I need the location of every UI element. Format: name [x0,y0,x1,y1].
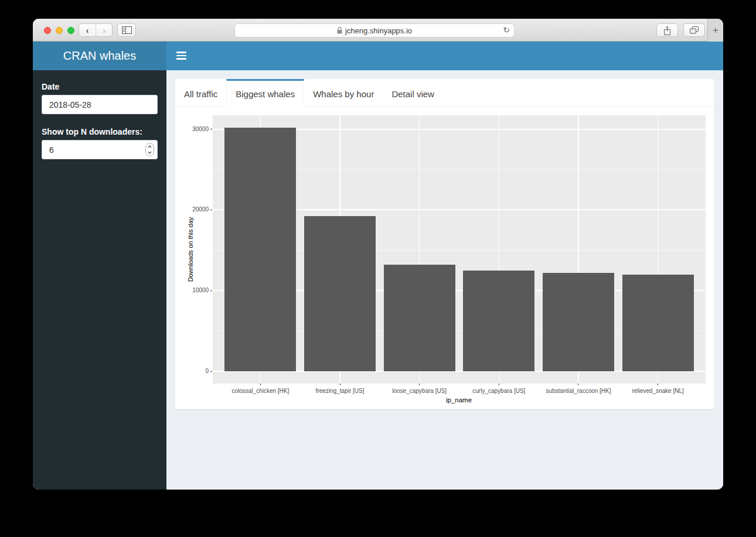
bar-curly_capybara [US] [463,271,534,371]
address-bar[interactable]: jcheng.shinyapps.io ↻ [234,23,515,37]
top-n-input[interactable] [42,140,158,159]
sidebar-collapse-button[interactable] [176,52,186,61]
hamburger-icon [176,58,186,60]
x-tick-mark [419,384,420,385]
y-tick-label: 0 [175,368,209,375]
tab-label: Detail view [391,89,434,99]
app-main: Date Show top N downloaders: [33,70,723,490]
app-title: CRAN whales [63,49,136,63]
tab-whales-by-hour[interactable]: Whales by hour [304,79,383,107]
tab-box: All traffic Biggest whales Whales by hou… [175,79,714,409]
sidebar-toggle-button[interactable] [117,23,136,37]
y-axis-title: Downloads on this day [187,217,194,282]
y-tick-label: 30000 [175,126,209,133]
bar-loose_capybara [US] [384,265,455,371]
reload-icon: ↻ [503,25,510,35]
date-input[interactable] [42,95,158,114]
app-navbar [166,42,723,70]
x-tick-mark [499,384,499,385]
minimize-window-button[interactable] [56,27,63,34]
x-tick-label: colossal_chicken [HK] [231,388,289,394]
app-logo[interactable]: CRAN whales [33,42,166,70]
zoom-window-button[interactable] [67,27,74,34]
tab-overview-icon [690,26,699,34]
y-tick-mark [210,129,212,129]
y-tick-mark [210,371,212,372]
tab-label: Biggest whales [236,89,295,99]
app-header: CRAN whales [33,42,723,70]
new-tab-button[interactable]: + [707,19,723,42]
chart-area: Downloads on this day ip_name 0100002000… [175,107,714,409]
close-window-button[interactable] [44,27,51,34]
number-stepper [145,143,154,156]
x-tick-mark [340,384,340,385]
bar-relieved_snake [NL] [622,275,694,371]
bar-freezing_tapir [US] [304,216,376,371]
tab-all-traffic[interactable]: All traffic [175,79,226,107]
share-icon [663,26,671,35]
share-button[interactable] [656,23,678,37]
x-tick-label: freezing_tapir [US] [316,388,365,394]
back-button[interactable]: ‹ [79,24,96,36]
forward-button[interactable]: › [96,24,112,36]
x-tick-label: relieved_snake [NL] [632,388,683,394]
plus-icon: + [713,25,718,36]
chart-panel [213,115,706,384]
hamburger-icon [176,52,186,53]
sidebar-icon [122,26,132,34]
x-tick-label: curly_capybara [US] [472,388,525,394]
stepper-up-button[interactable] [148,144,152,149]
top-n-field [42,140,158,159]
chevron-up-icon [148,145,152,148]
x-tick-label: loose_capybara [US] [392,388,447,394]
tab-label: All traffic [184,89,217,99]
stepper-down-button[interactable] [148,150,152,155]
app-sidebar: Date Show top N downloaders: [33,70,166,490]
y-tick-label: 10000 [175,287,209,294]
tab-label: Whales by hour [313,89,374,99]
forward-icon: › [103,25,105,35]
chevron-down-icon [148,151,152,154]
back-icon: ‹ [86,25,89,35]
x-tick-label: substantial_raccoon [HK] [546,388,611,394]
lock-icon [337,27,342,34]
bar-substantial_raccoon [HK] [543,273,614,371]
app-content: All traffic Biggest whales Whales by hou… [166,70,723,490]
url-text: jcheng.shinyapps.io [345,26,412,35]
y-tick-mark [210,210,212,210]
tab-nav: All traffic Biggest whales Whales by hou… [175,79,714,107]
x-tick-mark [578,384,578,385]
tab-overview-button[interactable] [683,23,705,37]
date-label: Date [42,82,158,91]
reload-button[interactable]: ↻ [503,25,510,35]
x-axis-title: ip_name [446,396,472,403]
tab-biggest-whales[interactable]: Biggest whales [226,79,304,107]
browser-window: ‹ › jcheng.shinyapps.io [33,19,723,490]
y-tick-mark [210,290,212,291]
x-tick-mark [260,384,261,385]
x-tick-mark [658,384,658,385]
history-nav-group: ‹ › [79,23,113,37]
y-tick-label: 20000 [175,206,209,213]
hamburger-icon [176,55,186,57]
tab-detail-view[interactable]: Detail view [383,79,443,107]
browser-toolbar: ‹ › jcheng.shinyapps.io [33,19,723,42]
bar-colossal_chicken [HK] [224,128,296,371]
top-n-label: Show top N downloaders: [42,127,158,136]
